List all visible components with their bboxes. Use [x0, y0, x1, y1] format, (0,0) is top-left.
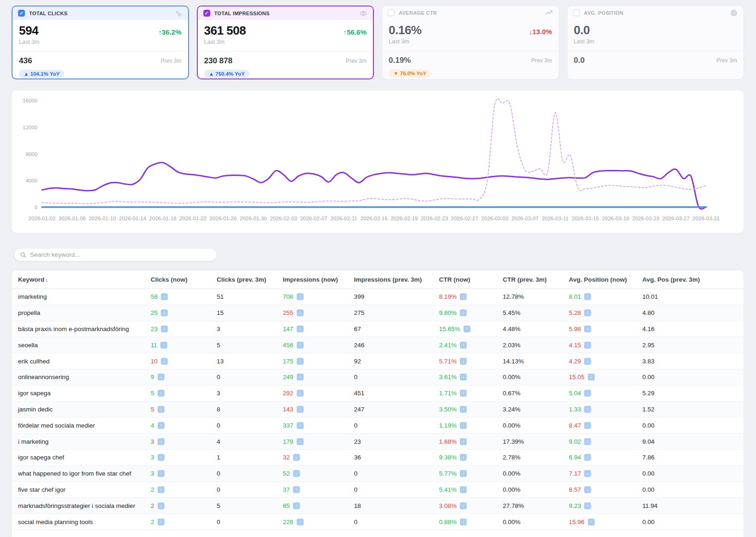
x-axis-tick: 2026-03-31: [693, 216, 720, 221]
keywords-table: Keyword↕ Clicks (now) Clicks (prev. 3m) …: [12, 270, 744, 537]
table-row[interactable]: seoella11↑5456↑2462.41%↑2.03%4.15↓2.95: [12, 337, 744, 353]
ctr-prev-cell: 0.00%: [503, 486, 569, 493]
arrow-up-badge: ↑: [460, 374, 467, 380]
pos-now-cell: 5.98↓: [569, 326, 642, 332]
arrow-up-badge: ↑: [584, 293, 591, 300]
clicks-now-cell: 25↑: [151, 309, 217, 316]
table-row[interactable]: i marketing3↓4179↑231.68%↓17.39%9.02↑9.0…: [12, 434, 744, 450]
impr-now-cell: 32↓: [283, 454, 354, 461]
metric-value: 58: [151, 293, 158, 300]
ctr-prev-cell: 17.39%: [503, 438, 569, 445]
impr-prev-cell: 67: [354, 326, 439, 332]
clicks-prev-cell: 13: [217, 358, 283, 365]
kpi-period-label: Last 3m: [389, 38, 552, 45]
total-clicks-checkbox[interactable]: ✓: [18, 10, 25, 17]
metric-value: 255: [283, 309, 293, 316]
pos-now-cell: 8.01↑: [569, 293, 642, 300]
kpi-card-total-impressions[interactable]: ✓ TOTAL IMPRESSIONS 361 508 ↑56.6% Last …: [197, 6, 374, 79]
arrow-up-badge: ↑: [158, 519, 165, 525]
arrow-up-badge: ↑: [161, 309, 168, 316]
impr-now-cell: 65↑: [283, 502, 354, 509]
average-ctr-checkbox[interactable]: [388, 9, 395, 16]
clicks-prev-cell: 5: [217, 502, 283, 509]
impr-now-cell: 337↑: [283, 422, 354, 429]
metric-value: 5: [151, 406, 154, 413]
x-axis-tick: 2026-01-22: [179, 216, 207, 221]
kpi-card-total-clicks[interactable]: ✓ TOTAL CLICKS 594 ↑36.2% Last 3m 436 Pr…: [12, 6, 189, 79]
metric-value: 15.05: [569, 374, 585, 380]
keyword-cell: bästa praxis inom e-postmarknadsföring: [18, 326, 151, 332]
table-row[interactable]: five star chef igor2↑037↑05.41%↑0.00%8.5…: [12, 482, 744, 498]
ctr-now-cell: 9.80%↑: [439, 309, 503, 316]
kpi-change: ↓13.0%: [529, 28, 552, 36]
col-header-ctr-now[interactable]: CTR (now): [439, 276, 503, 283]
pos-prev-cell: 1.52: [642, 406, 738, 413]
metric-value: 1.71%: [439, 390, 457, 397]
keyword-cell: social media planning tools: [18, 519, 151, 525]
kpi-card-header: ✓ TOTAL IMPRESSIONS: [198, 6, 373, 20]
arrow-up-badge: ↑: [460, 309, 467, 316]
avg-position-checkbox[interactable]: [573, 9, 580, 16]
impr-now-cell: 226↑: [283, 519, 354, 525]
kpi-value: 361 508: [204, 24, 246, 38]
metric-value: 8.01: [569, 293, 581, 300]
table-row[interactable]: bästa praxis inom e-postmarknadsföring23…: [12, 321, 744, 338]
table-row[interactable]: jasmin dedic5↓8143↓2473.50%↑3.24%1.33↑1.…: [12, 402, 744, 418]
keyword-cell: propella: [18, 309, 151, 316]
col-header-avg-pos-prev[interactable]: Avg. Pos (prev. 3m): [642, 276, 738, 283]
arrow-up-badge: ↑: [161, 326, 168, 332]
table-row[interactable]: onlineannonsering9↑0249↑03.61%↑0.00%15.0…: [12, 369, 744, 386]
pos-now-cell: 5.28↓: [569, 309, 642, 316]
metric-value: 2: [151, 502, 154, 509]
table-row[interactable]: marknadsföringsstrategier i sociala medi…: [12, 498, 744, 514]
arrow-down-badge: ↓: [584, 342, 591, 349]
table-row[interactable]: fördelar med sociala medier4↑0337↑01.19%…: [12, 417, 744, 434]
arrow-up-badge: ↑: [460, 342, 467, 349]
metric-value: 3: [151, 454, 154, 461]
kpi-card-body: 361 508 ↑56.6% Last 3m: [198, 20, 373, 48]
clicks-prev-cell: 8: [217, 406, 283, 413]
arrow-down-badge: ↓: [584, 309, 591, 316]
pos-prev-cell: 5.29: [642, 390, 738, 397]
x-axis-tick: 2026-03-15: [572, 216, 599, 221]
total-impressions-checkbox[interactable]: ✓: [203, 10, 210, 17]
metric-value: 23: [151, 326, 158, 332]
x-axis-tick: 2026-01-14: [119, 216, 146, 221]
col-header-clicks-now[interactable]: Clicks (now): [151, 276, 217, 283]
table-row[interactable]: igor sapega chef3↑132↓369.38%↑2.78%6.94↑…: [12, 450, 744, 466]
kpi-prev-label: Prev 3m: [716, 57, 737, 64]
table-row[interactable]: imarketing58↑51708↑3998.19%↓12.78%8.01↑1…: [12, 289, 744, 305]
table-row[interactable]: igor sapega5↑3292↓4511.71%↑0.67%5.04↑5.2…: [12, 386, 744, 402]
impr-prev-cell: 0: [354, 374, 439, 380]
ctr-prev-cell: 12.78%: [503, 293, 569, 300]
kpi-card-avg-position[interactable]: AVG. POSITION 0.0 Last 3m 0.0 Prev 3m: [567, 6, 744, 79]
search-input[interactable]: [30, 251, 211, 258]
metric-value: 3: [151, 470, 154, 477]
ctr-now-cell: 2.41%↑: [439, 342, 503, 349]
sort-icon[interactable]: ↕: [45, 277, 48, 283]
pos-now-cell: 15.05↓: [569, 374, 642, 380]
col-header-keyword[interactable]: Keyword↕: [18, 276, 151, 283]
cursor-click-icon: [174, 9, 183, 18]
clicks-prev-cell: 15: [217, 309, 283, 316]
col-header-ctr-prev[interactable]: CTR (prev. 3m): [503, 276, 569, 283]
ctr-prev-cell: 3.24%: [503, 406, 569, 413]
arrow-down-badge: ↓: [584, 326, 591, 332]
table-row[interactable]: what happened to igor from five star che…: [12, 466, 744, 482]
pos-prev-cell: 7.86: [642, 454, 738, 461]
table-row[interactable]: propella25↑15255↓2759.80%↑5.45%5.28↓4.80: [12, 305, 744, 321]
x-axis-tick: 2026-01-18: [149, 216, 177, 221]
kpi-card-average-ctr[interactable]: AVERAGE CTR 0.16% ↓13.0% Last 3m 0.19% P…: [382, 6, 559, 79]
table-row[interactable]: erik cullhed10↓13175↑925.71%↓14.13%4.29↓…: [12, 353, 744, 369]
arrow-up-badge: ↑: [297, 519, 304, 525]
ctr-now-cell: 15.65%↑: [439, 326, 503, 332]
impr-prev-cell: 399: [354, 293, 439, 300]
col-header-impressions-prev[interactable]: Impressions (prev. 3m): [354, 276, 439, 283]
keyword-cell: igor sapega chef: [18, 454, 151, 461]
col-header-avg-position-now[interactable]: Avg. Position (now): [569, 276, 642, 283]
col-header-clicks-prev[interactable]: Clicks (prev. 3m): [217, 276, 283, 283]
kpi-prev-row: 0.19% Prev 3m: [382, 51, 559, 65]
col-header-impressions-now[interactable]: Impressions (now): [283, 276, 354, 283]
table-row[interactable]: social media planning tools2↑0226↑00.88%…: [12, 514, 744, 530]
metric-value: 292: [283, 390, 293, 397]
